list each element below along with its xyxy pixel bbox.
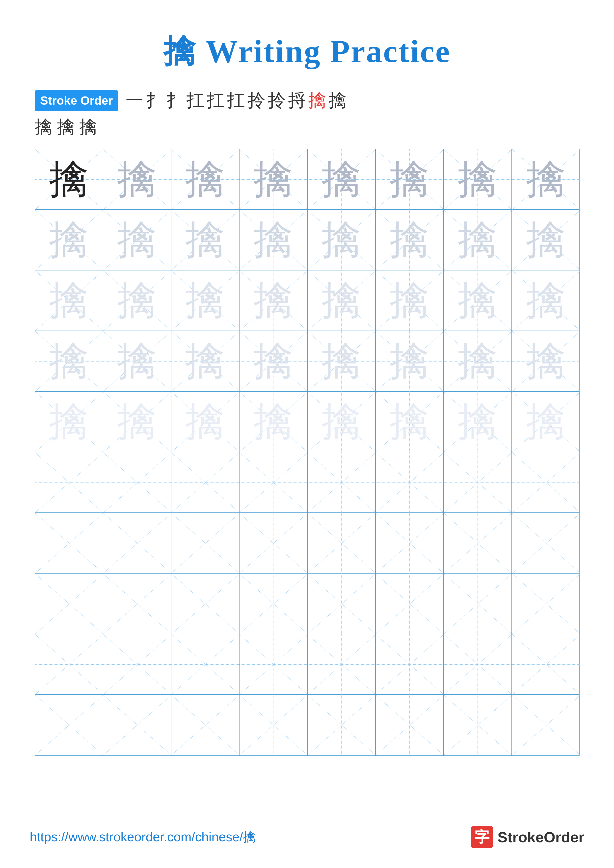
grid-cell[interactable]: 擒 (512, 149, 580, 210)
grid-cell[interactable]: 擒 (103, 331, 171, 392)
grid-cell[interactable]: 擒 (239, 270, 308, 331)
grid-cell[interactable]: 擒 (308, 331, 376, 392)
grid-cell[interactable] (239, 452, 308, 513)
practice-char: 擒 (49, 395, 89, 449)
grid-cell[interactable] (308, 634, 376, 695)
grid-cell[interactable] (103, 513, 171, 574)
grid-cell[interactable]: 擒 (103, 392, 171, 452)
practice-char: 擒 (253, 153, 293, 206)
grid-cell[interactable] (444, 695, 512, 755)
grid-cell[interactable] (239, 513, 308, 574)
grid-cell[interactable] (444, 452, 512, 513)
grid-cell[interactable]: 擒 (444, 270, 512, 331)
practice-char: 擒 (253, 274, 293, 327)
grid-cell[interactable] (35, 513, 103, 574)
grid-cell[interactable] (171, 695, 239, 755)
grid-cell[interactable] (512, 513, 580, 574)
stroke-5: 扛 (207, 88, 225, 113)
grid-cell[interactable] (444, 634, 512, 695)
practice-char: 擒 (458, 395, 497, 449)
grid-cell[interactable]: 擒 (376, 331, 444, 392)
grid-cell[interactable]: 擒 (444, 210, 512, 270)
grid-row-9 (35, 634, 579, 695)
grid-cell[interactable] (35, 574, 103, 634)
practice-char: 擒 (390, 213, 429, 267)
grid-cell[interactable] (376, 452, 444, 513)
grid-cell[interactable] (512, 574, 580, 634)
grid-cell[interactable]: 擒 (35, 270, 103, 331)
grid-cell[interactable] (512, 695, 580, 755)
grid-cell[interactable]: 擒 (376, 149, 444, 210)
grid-cell[interactable]: 擒 (239, 392, 308, 452)
grid-cell[interactable] (239, 574, 308, 634)
practice-grid: 擒 擒 擒 擒 (35, 149, 580, 756)
grid-cell[interactable] (308, 513, 376, 574)
grid-cell[interactable]: 擒 (171, 392, 239, 452)
grid-cell[interactable]: 擒 (444, 392, 512, 452)
grid-row-4: 擒 擒 擒 擒 (35, 331, 579, 392)
grid-cell[interactable]: 擒 (171, 331, 239, 392)
practice-char: 擒 (458, 213, 497, 267)
grid-cell[interactable]: 擒 (35, 210, 103, 270)
grid-cell[interactable]: 擒 (308, 392, 376, 452)
grid-cell[interactable]: 擒 (103, 210, 171, 270)
grid-cell[interactable]: 擒 (376, 210, 444, 270)
stroke-order-row: Stroke Order 一 扌 扌 扛 扛 扛 拎 拎 捋 擒 擒 (35, 88, 584, 113)
grid-cell[interactable] (35, 634, 103, 695)
grid-cell[interactable]: 擒 (308, 149, 376, 210)
grid-cell[interactable] (171, 634, 239, 695)
grid-cell[interactable] (103, 695, 171, 755)
grid-cell[interactable] (103, 634, 171, 695)
grid-cell[interactable] (308, 695, 376, 755)
grid-cell[interactable]: 擒 (171, 210, 239, 270)
grid-cell[interactable]: 擒 (171, 149, 239, 210)
grid-cell[interactable]: 擒 (239, 149, 308, 210)
grid-cell[interactable]: 擒 (171, 270, 239, 331)
grid-cell[interactable] (171, 513, 239, 574)
stroke-sequence: 一 扌 扌 扛 扛 扛 拎 拎 捋 擒 擒 (126, 88, 347, 113)
grid-cell[interactable]: 擒 (308, 270, 376, 331)
grid-cell[interactable]: 擒 (512, 210, 580, 270)
grid-cell[interactable]: 擒 (512, 331, 580, 392)
grid-row-3: 擒 擒 擒 擒 (35, 270, 579, 331)
practice-char: 擒 (390, 153, 429, 206)
grid-cell[interactable]: 擒 (444, 331, 512, 392)
grid-cell[interactable] (103, 574, 171, 634)
grid-cell[interactable]: 擒 (512, 392, 580, 452)
grid-cell[interactable] (376, 574, 444, 634)
practice-char: 擒 (390, 335, 429, 388)
grid-cell[interactable] (308, 574, 376, 634)
grid-cell[interactable]: 擒 (239, 331, 308, 392)
grid-cell[interactable]: 擒 (35, 331, 103, 392)
grid-cell[interactable] (239, 634, 308, 695)
grid-cell[interactable] (35, 452, 103, 513)
grid-cell[interactable]: 擒 (376, 270, 444, 331)
grid-row-1: 擒 擒 擒 擒 (35, 149, 579, 210)
footer-url[interactable]: https://www.strokeorder.com/chinese/擒 (30, 828, 256, 846)
grid-cell[interactable]: 擒 (35, 392, 103, 452)
grid-cell[interactable] (376, 634, 444, 695)
stroke-9: 捋 (288, 88, 306, 113)
practice-char: 擒 (117, 335, 157, 388)
grid-cell[interactable] (35, 695, 103, 755)
footer-logo-text: StrokeOrder (497, 829, 584, 846)
grid-cell[interactable] (239, 695, 308, 755)
grid-cell[interactable]: 擒 (512, 270, 580, 331)
grid-cell[interactable]: 擒 (239, 210, 308, 270)
grid-cell[interactable] (171, 452, 239, 513)
grid-cell[interactable]: 擒 (376, 392, 444, 452)
grid-cell[interactable] (444, 513, 512, 574)
grid-cell[interactable] (171, 574, 239, 634)
grid-cell[interactable]: 擒 (103, 270, 171, 331)
grid-cell[interactable] (376, 513, 444, 574)
grid-cell[interactable] (103, 452, 171, 513)
grid-cell[interactable]: 擒 (444, 149, 512, 210)
grid-cell[interactable] (308, 452, 376, 513)
grid-cell[interactable] (376, 695, 444, 755)
grid-cell[interactable] (512, 452, 580, 513)
grid-cell[interactable]: 擒 (35, 149, 103, 210)
grid-cell[interactable]: 擒 (308, 210, 376, 270)
grid-cell[interactable] (512, 634, 580, 695)
grid-cell[interactable] (444, 574, 512, 634)
grid-cell[interactable]: 擒 (103, 149, 171, 210)
